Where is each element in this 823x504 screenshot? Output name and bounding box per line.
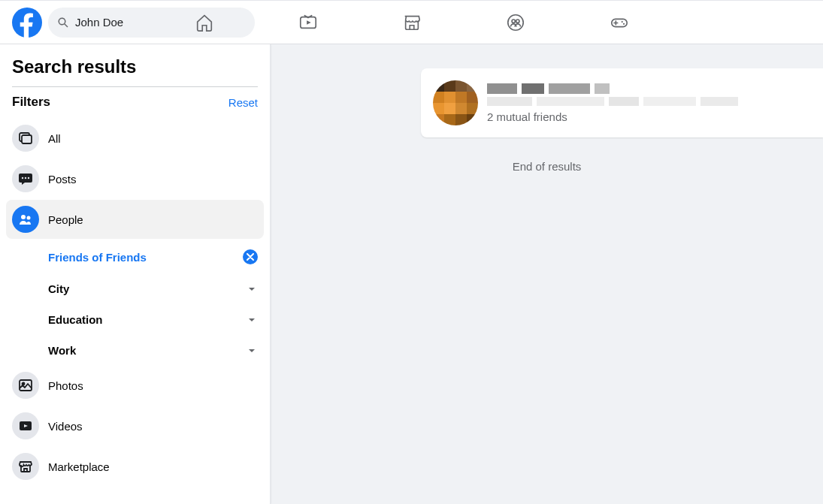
top-header <box>0 0 823 44</box>
chevron-down-icon <box>246 345 258 357</box>
photos-icon <box>12 372 39 399</box>
result-name[interactable] <box>487 83 811 94</box>
filter-label: Posts <box>48 173 77 186</box>
search-icon <box>57 17 69 29</box>
groups-icon <box>506 13 525 32</box>
nav-watch[interactable] <box>259 3 357 42</box>
svg-point-12 <box>28 177 29 179</box>
result-avatar[interactable] <box>433 80 478 125</box>
svg-point-7 <box>622 23 624 24</box>
videos-icon <box>12 412 39 439</box>
sub-filter-label: Friends of Friends <box>48 251 147 264</box>
watch-icon <box>298 13 318 32</box>
nav-tabs <box>156 1 668 44</box>
sub-filter-label: Education <box>48 313 103 326</box>
search-result-card[interactable]: 2 mutual friends <box>421 68 823 137</box>
sub-filter-label: City <box>48 282 69 295</box>
home-icon <box>195 13 214 32</box>
reset-link[interactable]: Reset <box>228 96 258 109</box>
sub-filter-city[interactable]: City <box>42 273 264 304</box>
result-info: 2 mutual friends <box>487 83 811 123</box>
filter-label: People <box>48 213 83 226</box>
filter-label: Videos <box>48 420 83 433</box>
filter-marketplace[interactable]: Marketplace <box>6 447 264 486</box>
nav-home[interactable] <box>156 3 253 42</box>
chevron-down-icon <box>246 283 258 295</box>
end-of-results: End of results <box>271 160 823 173</box>
page-title: Search results <box>6 56 264 86</box>
remove-filter-button[interactable] <box>243 249 258 264</box>
filter-all[interactable]: All <box>6 119 264 158</box>
svg-point-3 <box>512 20 515 23</box>
people-icon <box>12 206 39 233</box>
filter-people[interactable]: People <box>6 200 264 239</box>
facebook-logo[interactable] <box>12 8 42 38</box>
sub-filter-label: Work <box>48 344 76 357</box>
svg-point-16 <box>23 383 25 385</box>
svg-point-2 <box>507 14 522 29</box>
filter-videos[interactable]: Videos <box>6 406 264 445</box>
svg-point-13 <box>21 215 26 219</box>
gaming-icon <box>610 13 629 32</box>
mutual-friends-text: 2 mutual friends <box>487 110 811 123</box>
marketplace-icon <box>402 13 422 32</box>
all-icon <box>12 125 39 152</box>
chevron-down-icon <box>246 314 258 326</box>
marketplace-filter-icon <box>12 453 39 480</box>
posts-icon <box>12 165 39 192</box>
filter-posts[interactable]: Posts <box>6 159 264 198</box>
svg-rect-9 <box>22 135 32 143</box>
close-icon <box>247 253 254 261</box>
filters-heading: Filters <box>12 95 50 110</box>
svg-point-6 <box>621 20 622 22</box>
result-subtitle <box>487 97 811 106</box>
svg-point-4 <box>516 20 519 23</box>
nav-groups[interactable] <box>467 3 564 42</box>
sub-filter-work[interactable]: Work <box>42 335 264 366</box>
svg-point-10 <box>22 177 23 179</box>
divider <box>12 86 258 87</box>
svg-point-14 <box>27 216 31 220</box>
filter-label: All <box>48 132 61 145</box>
nav-gaming[interactable] <box>570 3 668 42</box>
filter-label: Photos <box>48 379 83 392</box>
filter-label: Marketplace <box>48 460 110 473</box>
svg-point-11 <box>25 177 26 179</box>
filter-photos[interactable]: Photos <box>6 366 264 405</box>
main-content: 2 mutual friends End of results <box>271 44 823 504</box>
sidebar: Search results Filters Reset All Posts P… <box>0 44 271 504</box>
sub-filter-education[interactable]: Education <box>42 304 264 335</box>
sub-filter-friends-of-friends[interactable]: Friends of Friends <box>42 240 264 273</box>
nav-marketplace[interactable] <box>363 3 461 42</box>
